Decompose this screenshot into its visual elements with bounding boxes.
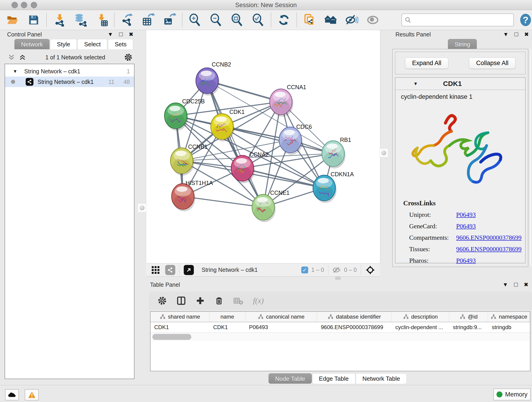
network-options-gear-icon[interactable]: [124, 53, 133, 61]
results-scrollbar[interactable]: [529, 49, 532, 266]
zoom-in-button[interactable]: [188, 13, 202, 27]
network-canvas[interactable]: CCNB2CCNA1CDC25BCDK1CDC6RB1CCNB1CCNA2CDK…: [146, 30, 380, 263]
collapse-all-button[interactable]: Collapse All: [469, 57, 515, 69]
node-CDKN1A[interactable]: CDKN1A: [313, 171, 354, 203]
node-CDC25B[interactable]: CDC25B: [165, 98, 205, 131]
table-cell[interactable]: CDK1: [209, 322, 245, 332]
table-cell[interactable]: stringdb:9...: [449, 322, 488, 332]
node-CCNA1[interactable]: CCNA1: [270, 84, 306, 117]
selected-checkbox-icon[interactable]: ✓: [301, 267, 308, 274]
horizontal-splitter-handle[interactable]: [335, 277, 341, 280]
collection-expander-icon[interactable]: ▼: [13, 69, 17, 74]
zoom-selected-button[interactable]: [252, 13, 265, 27]
table-cell[interactable]: CDK1: [151, 322, 209, 332]
collapse-all-networks-icon[interactable]: [19, 54, 26, 61]
edge-CCNB2-CCNE1[interactable]: [207, 81, 263, 207]
tab-edge-table[interactable]: Edge Table: [312, 373, 355, 384]
node-HIST1H1A[interactable]: HIST1H1A: [172, 180, 213, 211]
column-header[interactable]: shared name: [151, 312, 209, 322]
fit-content-crosshair-icon[interactable]: [365, 265, 375, 275]
column-header[interactable]: namespace: [488, 312, 530, 322]
tab-network-table[interactable]: Network Table: [356, 373, 407, 384]
expand-all-button[interactable]: Expand All: [405, 57, 449, 69]
help-button[interactable]: ?: [519, 13, 532, 27]
node-label-CCNB1: CCNB1: [188, 143, 208, 150]
panel-menu-icon[interactable]: ▼: [108, 32, 113, 37]
hide-selected-button[interactable]: [345, 13, 358, 27]
column-header[interactable]: database identifier: [317, 312, 392, 322]
column-network-icon: [160, 314, 166, 319]
float-panel-icon[interactable]: □: [514, 281, 518, 288]
tab-style[interactable]: Style: [50, 39, 77, 49]
column-network-icon: [403, 314, 409, 319]
node-CCNB2[interactable]: CCNB2: [196, 61, 231, 96]
import-table-file-button[interactable]: [95, 13, 108, 27]
pharos-link[interactable]: P06493: [456, 257, 476, 264]
right-splitter-handle[interactable]: [380, 148, 388, 157]
open-in-window-icon[interactable]: [184, 265, 194, 275]
open-session-button[interactable]: [6, 13, 19, 27]
table-cell[interactable]: stringdb: [488, 322, 530, 332]
table-row[interactable]: CDK1CDK1P064939606.ENSP00000378699cyclin…: [151, 322, 530, 332]
table-cell[interactable]: P06493: [245, 322, 317, 332]
import-network-file-button[interactable]: [53, 13, 66, 27]
function-builder-icon[interactable]: f(x): [253, 296, 264, 305]
tissues-link[interactable]: 9606.ENSP00000378699: [456, 245, 521, 253]
network-collection-row[interactable]: ▼ String Network – cdk1 1: [5, 66, 134, 77]
table-cell[interactable]: cyclin-dependent ...: [392, 322, 449, 332]
tab-select[interactable]: Select: [77, 39, 107, 49]
add-column-plus-icon[interactable]: [196, 296, 205, 305]
table-hscrollbar[interactable]: [151, 332, 530, 341]
gene-header-row[interactable]: ▼ CDK1: [395, 78, 525, 90]
show-columns-icon[interactable]: [177, 296, 186, 306]
tab-node-table[interactable]: Node Table: [268, 373, 312, 384]
delete-column-trash-icon[interactable]: [215, 296, 224, 305]
show-all-button[interactable]: [366, 13, 380, 27]
zoom-out-button[interactable]: [209, 13, 223, 27]
compartments-link[interactable]: 9606.ENSP00000378699: [456, 234, 521, 241]
first-neighbors-button[interactable]: [324, 13, 337, 27]
delete-table-icon[interactable]: [233, 296, 243, 305]
tab-network[interactable]: Network: [14, 39, 50, 49]
import-network-database-button[interactable]: [74, 13, 87, 27]
close-panel-icon[interactable]: ✖: [524, 282, 528, 287]
genecard-link[interactable]: P06493: [456, 223, 476, 230]
export-image-button[interactable]: [163, 13, 176, 27]
panel-menu-icon[interactable]: ▼: [503, 32, 509, 37]
save-session-button[interactable]: [27, 13, 40, 27]
string-network-graph[interactable]: CCNB2CCNA1CDC25BCDK1CDC6RB1CCNB1CCNA2CDK…: [146, 30, 380, 263]
apply-layout-button[interactable]: [277, 13, 291, 27]
float-panel-icon[interactable]: □: [119, 31, 123, 37]
close-panel-icon[interactable]: ✖: [129, 32, 133, 37]
tab-sets[interactable]: Sets: [108, 39, 133, 49]
gene-expander-icon[interactable]: ▼: [413, 81, 418, 86]
network-snapshot-button[interactable]: [303, 13, 316, 27]
table-options-gear-icon[interactable]: [158, 296, 167, 305]
uniprot-link[interactable]: P06493: [456, 211, 476, 218]
warning-status-button[interactable]: [25, 389, 39, 400]
left-splitter-handle[interactable]: [138, 204, 146, 212]
column-header[interactable]: @id: [449, 312, 488, 322]
close-panel-icon[interactable]: ✖: [524, 32, 529, 37]
network-row-selected[interactable]: String Network – cdk1 11 48: [5, 77, 134, 87]
expand-all-networks-icon[interactable]: [7, 54, 15, 61]
node-RB1[interactable]: RB1: [322, 137, 351, 168]
tab-string[interactable]: String: [448, 39, 477, 49]
panel-menu-icon[interactable]: ▼: [503, 282, 508, 287]
birdseye-grid-icon[interactable]: [151, 265, 160, 274]
memory-button[interactable]: Memory: [493, 389, 531, 400]
table-hscrollbar-thumb[interactable]: [152, 334, 191, 340]
network-share-chip-icon[interactable]: [165, 265, 175, 275]
float-panel-icon[interactable]: □: [515, 31, 518, 37]
table-cell[interactable]: 9606.ENSP00000378699: [317, 322, 392, 332]
column-header[interactable]: canonical name: [245, 312, 317, 322]
column-header[interactable]: name: [209, 312, 245, 322]
column-header[interactable]: description: [392, 312, 449, 322]
cloud-status-button[interactable]: [5, 389, 19, 400]
zoom-fit-button[interactable]: [230, 13, 244, 27]
export-network-button[interactable]: [120, 13, 134, 27]
search-input[interactable]: [413, 16, 510, 24]
column-header-label: shared name: [168, 313, 200, 320]
node-CDC6[interactable]: CDC6: [279, 123, 312, 155]
export-table-button[interactable]: [142, 13, 155, 27]
